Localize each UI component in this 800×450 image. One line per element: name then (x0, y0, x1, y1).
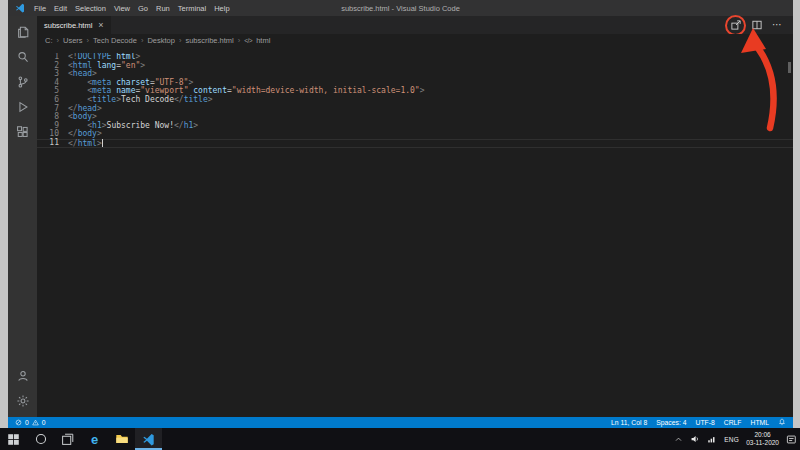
code-text: </html> (68, 139, 103, 148)
search-icon[interactable] (8, 44, 37, 69)
status-item[interactable]: Ln 11, Col 8 (611, 419, 647, 426)
language-indicator[interactable]: ENG (724, 436, 739, 443)
account-icon[interactable] (8, 363, 37, 388)
editor[interactable]: 1<!DOCTYPE html>2<html lang="en">3<head>… (37, 53, 793, 417)
breadcrumb-item[interactable]: C: (45, 36, 53, 45)
code-line[interactable]: 6 <title>Tech Decode</title> (37, 96, 793, 105)
vscode-window: FileEditSelectionViewGoRunTerminalHelp s… (8, 0, 793, 428)
line-number: 8 (37, 113, 68, 122)
menubar: FileEditSelectionViewGoRunTerminalHelp (30, 4, 234, 13)
code-token: html (78, 139, 97, 148)
status-item[interactable]: UTF-8 (695, 419, 714, 426)
more-actions-icon[interactable]: ⋯ (771, 19, 784, 32)
error-circle-icon (15, 419, 22, 426)
titlebar: FileEditSelectionViewGoRunTerminalHelp s… (8, 0, 793, 16)
status-right: Ln 11, Col 8Spaces: 4UTF-8CRLFHTML (611, 419, 769, 426)
menu-view[interactable]: View (110, 4, 134, 13)
warning-count: 0 (42, 419, 46, 426)
tray-expand-chevron-icon[interactable] (674, 435, 683, 444)
line-number: 11 (37, 139, 68, 148)
breadcrumb-separator: › (238, 36, 241, 45)
problems-indicator[interactable]: 0 0 (15, 419, 46, 426)
code-token: </ (174, 95, 184, 104)
taskbar-clock[interactable]: 20:06 03-11-2020 (746, 431, 779, 447)
code-line[interactable]: 9 <h1>Subscribe Now!</h1> (37, 122, 793, 131)
breadcrumb-item[interactable]: Desktop (147, 36, 175, 45)
code-token: Subscribe Now! (107, 121, 174, 130)
notifications-bell-icon[interactable] (778, 418, 786, 427)
menu-go[interactable]: Go (134, 4, 152, 13)
code-text: </body> (68, 130, 102, 139)
window-title: subscribe.html - Visual Studio Code (341, 4, 460, 13)
code-token: > (208, 95, 213, 104)
line-number: 7 (37, 105, 68, 114)
breadcrumb: C:›Users›Tech Decode›Desktop›subscribe.h… (37, 34, 793, 47)
taskbar-vscode-icon[interactable] (135, 428, 162, 450)
activity-bar (8, 16, 37, 417)
breadcrumb-item[interactable]: subscribe.html (185, 36, 233, 45)
overview-ruler-mark (788, 62, 791, 73)
settings-gear-icon[interactable] (8, 388, 37, 413)
editor-actions: ⋯ (729, 16, 793, 34)
tab-close-icon[interactable]: × (98, 21, 103, 30)
warning-triangle-icon (32, 419, 39, 426)
code-token: > (193, 121, 198, 130)
network-icon[interactable] (707, 434, 717, 444)
run-debug-icon[interactable] (8, 94, 37, 119)
code-token: > (420, 86, 425, 95)
code-line[interactable]: 7</head> (37, 105, 793, 114)
extensions-icon[interactable] (8, 119, 37, 144)
clock-time: 20:06 (746, 431, 779, 439)
menu-help[interactable]: Help (210, 4, 233, 13)
menu-file[interactable]: File (30, 4, 50, 13)
source-control-icon[interactable] (8, 69, 37, 94)
code-token: > (97, 104, 102, 113)
breadcrumb-item[interactable]: html (256, 36, 270, 45)
explorer-icon[interactable] (8, 19, 37, 44)
code-token: h1 (184, 121, 194, 130)
code-token: body (78, 129, 97, 138)
breadcrumb-item[interactable]: Users (63, 36, 83, 45)
start-button[interactable] (0, 428, 27, 450)
cortana-search-icon[interactable] (27, 428, 54, 450)
code-token: </ (68, 129, 78, 138)
task-view-icon[interactable] (54, 428, 81, 450)
line-number: 4 (37, 79, 68, 88)
code-token: Tech Decode (121, 95, 174, 104)
code-token: title (184, 95, 208, 104)
menu-terminal[interactable]: Terminal (174, 4, 210, 13)
text-cursor (102, 139, 103, 147)
open-preview-icon[interactable] (729, 19, 742, 32)
code-token: > (97, 129, 102, 138)
volume-icon[interactable] (690, 434, 700, 444)
line-number: 5 (37, 87, 68, 96)
line-number: 3 (37, 70, 68, 79)
menu-edit[interactable]: Edit (50, 4, 71, 13)
breadcrumb-separator: › (57, 36, 60, 45)
code-token: > (140, 61, 145, 70)
split-editor-icon[interactable] (750, 19, 763, 32)
line-number: 6 (37, 96, 68, 105)
edge-browser-icon[interactable]: e (81, 428, 108, 450)
action-center-icon[interactable] (786, 434, 797, 445)
code-line[interactable]: 10</body> (37, 130, 793, 139)
file-explorer-icon[interactable] (108, 428, 135, 450)
code-line[interactable]: 2<html lang="en"> (37, 62, 793, 71)
tab-subscribe-html[interactable]: subscribe.html × (37, 16, 111, 34)
menu-run[interactable]: Run (152, 4, 174, 13)
line-number: 1 (37, 53, 68, 62)
error-count: 0 (25, 419, 29, 426)
menu-selection[interactable]: Selection (71, 4, 110, 13)
code-token: </ (174, 121, 184, 130)
code-line[interactable]: 11</html> (37, 139, 793, 148)
code-line[interactable]: 1<!DOCTYPE html> (37, 53, 793, 62)
code-token: "width=device-width, initial-scale=1.0" (232, 86, 420, 95)
status-item[interactable]: HTML (750, 419, 769, 426)
status-item[interactable]: CRLF (724, 419, 742, 426)
breadcrumb-item[interactable]: Tech Decode (93, 36, 137, 45)
breadcrumb-symbol-icon: </> (244, 37, 252, 44)
status-bar: 0 0 Ln 11, Col 8Spaces: 4UTF-8CRLFHTML (8, 417, 793, 428)
line-number: 2 (37, 62, 68, 71)
tab-label: subscribe.html (44, 21, 92, 30)
status-item[interactable]: Spaces: 4 (656, 419, 686, 426)
